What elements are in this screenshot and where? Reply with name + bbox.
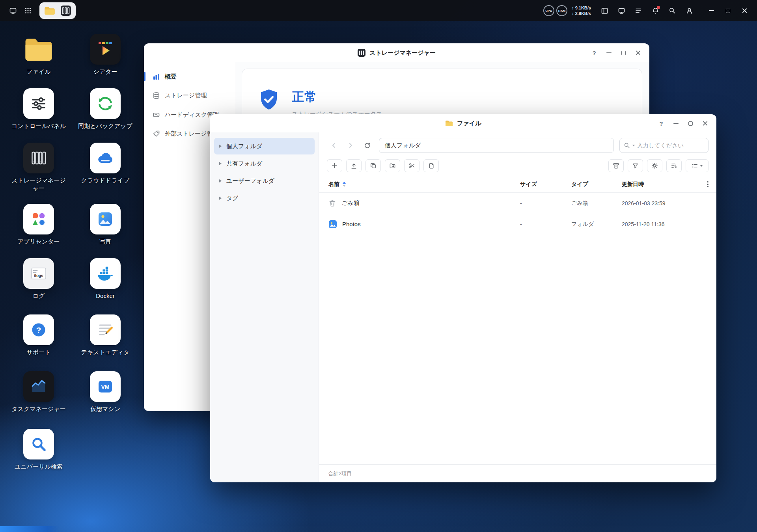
desktop-icon-logs[interactable]: /logs ログ bbox=[9, 258, 68, 300]
desktop-icon-label: 仮想マシン bbox=[90, 405, 120, 413]
close-button[interactable] bbox=[632, 47, 644, 59]
minimize-button[interactable] bbox=[670, 117, 682, 129]
expand-triangle-icon[interactable] bbox=[219, 179, 222, 182]
file-name: ごみ箱 bbox=[341, 199, 360, 207]
upload-speed: ↑ 9.1KB/s bbox=[572, 5, 591, 11]
display-icon[interactable] bbox=[614, 3, 629, 18]
column-header-size[interactable]: サイズ bbox=[520, 181, 571, 188]
files-window-title: ファイル bbox=[457, 120, 481, 127]
shield-check-icon bbox=[259, 89, 279, 111]
app-grid-icon[interactable] bbox=[21, 3, 35, 18]
app-center-app-icon bbox=[23, 204, 54, 234]
search-box[interactable] bbox=[619, 138, 709, 153]
desktop-icon-support[interactable]: ? サポート bbox=[9, 314, 68, 356]
sidebar-item-label: ストレージ管理 bbox=[165, 91, 207, 99]
widgets-panel-icon[interactable] bbox=[597, 3, 612, 18]
filter-button[interactable] bbox=[628, 159, 643, 172]
help-button[interactable]: ? bbox=[588, 47, 600, 59]
sidebar-item-overview[interactable]: 概要 bbox=[144, 67, 235, 86]
back-button[interactable] bbox=[327, 138, 341, 153]
desktop-icon-universal-search[interactable]: ユニバーサル検索 bbox=[9, 429, 68, 471]
storage-window-titlebar[interactable]: ストレージマネージャー ? bbox=[144, 43, 649, 62]
refresh-button[interactable] bbox=[360, 138, 374, 153]
copy-button[interactable] bbox=[365, 159, 381, 172]
user-account-icon[interactable] bbox=[682, 3, 697, 18]
expand-triangle-icon[interactable] bbox=[219, 145, 222, 148]
sidebar-item-personal-folder[interactable]: 個人フォルダ bbox=[214, 138, 315, 154]
desktop-icon-task-manager[interactable]: タスクマネージャー bbox=[9, 371, 68, 413]
forward-button[interactable] bbox=[343, 138, 358, 153]
desktop-icon-docker[interactable]: Docker bbox=[76, 258, 135, 300]
wallpaper-glow bbox=[0, 526, 59, 532]
taskbar-open-apps bbox=[39, 2, 76, 19]
sidebar-item-user-folder[interactable]: ユーザーフォルダ bbox=[214, 173, 315, 189]
file-row-photos[interactable]: Photos - フォルダ 2025-11-20 11:36 bbox=[319, 214, 716, 234]
taskbar-files-app[interactable] bbox=[44, 6, 55, 15]
cut-button[interactable] bbox=[404, 159, 420, 172]
move-to-button[interactable] bbox=[385, 159, 400, 172]
file-row-trash[interactable]: ごみ箱 - ごみ箱 2026-01-03 23:59 bbox=[319, 193, 716, 214]
desktop-icon-label: タスクマネージャー bbox=[11, 405, 65, 413]
show-desktop-icon[interactable] bbox=[6, 3, 21, 18]
help-button[interactable]: ? bbox=[655, 117, 667, 129]
upload-button[interactable] bbox=[346, 159, 362, 172]
column-header-modified[interactable]: 更新日時 bbox=[622, 181, 699, 188]
desktop-icon-sync-backup[interactable]: 同期とバックアップ bbox=[76, 88, 135, 130]
desktop-icon-storage-manager[interactable]: ストレージマネージャー bbox=[9, 143, 68, 192]
task-queue-icon[interactable] bbox=[631, 3, 646, 18]
tag-icon bbox=[153, 130, 160, 138]
column-header-name[interactable]: 名前 bbox=[328, 181, 339, 188]
desktop-icon-app-center[interactable]: アプリセンター bbox=[9, 204, 68, 246]
sidebar-item-label: 概要 bbox=[165, 73, 177, 80]
files-window: ファイル ? 個人フォルダ 共有フォルダ bbox=[210, 114, 716, 482]
ram-gauge[interactable]: RAM bbox=[556, 5, 567, 16]
search-scope-caret-icon[interactable] bbox=[632, 145, 635, 146]
expand-triangle-icon[interactable] bbox=[219, 197, 222, 200]
current-path: 個人フォルダ bbox=[385, 142, 421, 149]
desktop-icon-photos[interactable]: 写真 bbox=[76, 204, 135, 246]
overview-chart-icon bbox=[153, 73, 160, 80]
sidebar-item-tags[interactable]: タグ bbox=[214, 190, 315, 206]
files-main-panel: 個人フォルダ bbox=[319, 132, 716, 482]
notifications-bell-icon[interactable] bbox=[648, 3, 663, 18]
task-manager-app-icon bbox=[23, 371, 54, 402]
network-speed[interactable]: ↑ 9.1KB/s ↓ 2.8KB/s bbox=[572, 5, 591, 17]
column-header-type[interactable]: タイプ bbox=[571, 181, 622, 188]
column-options-button[interactable] bbox=[699, 181, 716, 187]
cpu-gauge[interactable]: CPU bbox=[543, 5, 554, 16]
view-mode-button[interactable] bbox=[686, 159, 709, 172]
desktop-icon-theater[interactable]: シアター bbox=[76, 34, 135, 76]
sidebar-item-shared-folder[interactable]: 共有フォルダ bbox=[214, 155, 315, 172]
taskbar-storage-manager-app[interactable] bbox=[61, 6, 71, 16]
search-input[interactable] bbox=[637, 142, 704, 149]
system-maximize-button[interactable] bbox=[721, 4, 735, 18]
desktop-icon-control-panel[interactable]: コントロールパネル bbox=[9, 88, 68, 130]
files-window-titlebar[interactable]: ファイル ? bbox=[210, 114, 716, 132]
sort-indicator-icon[interactable] bbox=[343, 182, 346, 187]
path-bar[interactable]: 個人フォルダ bbox=[379, 138, 614, 153]
sort-button[interactable] bbox=[666, 159, 682, 172]
settings-gear-button[interactable] bbox=[647, 159, 662, 172]
maximize-button[interactable] bbox=[617, 47, 629, 59]
file-size: - bbox=[520, 200, 571, 206]
expand-triangle-icon[interactable] bbox=[219, 162, 222, 165]
desktop-icon-files[interactable]: ファイル bbox=[9, 34, 68, 76]
new-item-button[interactable] bbox=[327, 159, 342, 172]
archive-button[interactable] bbox=[608, 159, 624, 172]
minimize-button[interactable] bbox=[603, 47, 615, 59]
file-modified: 2025-11-20 11:36 bbox=[622, 221, 699, 227]
files-window-icon bbox=[445, 120, 453, 126]
close-button[interactable] bbox=[699, 117, 711, 129]
desktop: ファイル コントロールパネル ストレージマネージャー アプリセンター /logs… bbox=[0, 0, 757, 532]
sidebar-item-storage-management[interactable]: ストレージ管理 bbox=[144, 86, 235, 105]
desktop-icon-text-editor[interactable]: テキストエディタ bbox=[76, 314, 135, 356]
desktop-icon-virtual-machine[interactable]: VM 仮想マシン bbox=[76, 371, 135, 413]
desktop-icon-cloud-drive[interactable]: クラウドドライブ bbox=[76, 143, 135, 184]
system-close-button[interactable] bbox=[737, 4, 751, 18]
global-search-icon[interactable] bbox=[665, 3, 680, 18]
system-minimize-button[interactable] bbox=[704, 4, 718, 18]
svg-text:?: ? bbox=[36, 326, 41, 335]
duplicate-document-button[interactable] bbox=[423, 159, 439, 172]
maximize-button[interactable] bbox=[684, 117, 696, 129]
file-type: フォルダ bbox=[571, 221, 622, 228]
